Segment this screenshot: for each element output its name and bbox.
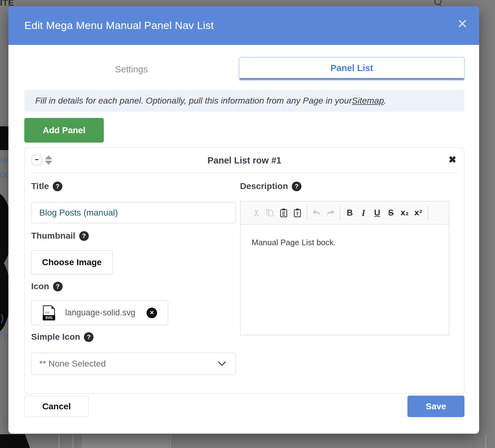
bold-button[interactable]: B [343, 205, 357, 220]
title-field-label: Title ? [31, 181, 62, 191]
simple-icon-label-text: Simple Icon [31, 332, 80, 342]
dialog-title: Edit Mega Menu Manual Panel Nav List [24, 19, 214, 32]
help-icon[interactable]: ? [79, 231, 89, 241]
info-text: Fill in details for each panel. Optional… [35, 96, 352, 106]
help-icon[interactable]: ? [292, 182, 301, 191]
superscript-button[interactable]: x² [411, 205, 425, 220]
svg-file-icon: svg SVG [43, 305, 55, 321]
icon-filename: language-solid.svg [65, 308, 135, 318]
italic-button[interactable]: I [357, 205, 370, 220]
chevron-down-icon [218, 361, 226, 366]
underline-button[interactable]: U [370, 205, 384, 220]
background-divider [59, 434, 60, 448]
cut-icon[interactable]: ✂ [249, 206, 264, 220]
description-label-text: Description [240, 181, 288, 191]
paste-icon[interactable] [277, 205, 291, 220]
dialog-header: Edit Mega Menu Manual Panel Nav List ✕ [8, 6, 479, 45]
background-divider [485, 434, 486, 448]
paste-as-text-icon[interactable]: T [291, 205, 304, 220]
background-divider [170, 434, 171, 448]
strikethrough-button[interactable]: S [384, 205, 398, 220]
editor-toolbar: ✂ T [241, 202, 449, 225]
title-input[interactable] [31, 202, 236, 223]
thumbnail-label-text: Thumbnail [31, 231, 75, 241]
help-icon[interactable]: ? [53, 182, 62, 191]
description-editor: ✂ T [240, 201, 449, 335]
simple-icon-selected-value: ** None Selected [39, 359, 106, 369]
background-link-fragment: ) [1, 313, 4, 323]
divider [428, 206, 428, 220]
divider [307, 206, 307, 220]
background-divider [73, 434, 74, 448]
panel-row-header: − Panel List row #1 ✖ [25, 148, 464, 173]
remove-row-icon[interactable]: ✖ [449, 154, 456, 165]
description-textarea[interactable]: Manual Page List bock. [241, 225, 449, 335]
remove-icon-button[interactable]: ✕ [147, 308, 157, 318]
tab-panel-list-label: Panel List [240, 58, 464, 80]
help-icon[interactable]: ? [84, 332, 94, 342]
divider [31, 173, 458, 173]
cancel-button[interactable]: Cancel [24, 396, 89, 417]
background-column [82, 434, 169, 448]
simple-icon-select[interactable]: ** None Selected [31, 353, 236, 375]
screen: ITE ua ooc ) n c Edit Mega Menu Manual P… [0, 0, 495, 448]
redo-icon[interactable] [324, 205, 337, 220]
edit-mega-menu-dialog: Edit Mega Menu Manual Panel Nav List ✕ S… [8, 6, 479, 434]
icon-label-text: Icon [31, 281, 49, 291]
info-text-end: . [384, 96, 386, 106]
title-label-text: Title [31, 181, 49, 191]
undo-icon[interactable] [310, 205, 324, 220]
copy-icon[interactable] [263, 205, 277, 220]
icon-file-box: svg SVG language-solid.svg ✕ [31, 300, 168, 325]
divider [340, 206, 340, 220]
subscript-button[interactable]: x₂ [398, 205, 411, 220]
panel-list-row-card: − Panel List row #1 ✖ Title ? Thumbnail … [24, 147, 464, 394]
choose-image-button[interactable]: Choose Image [31, 250, 113, 275]
tab-panel-list[interactable]: Panel List [238, 57, 465, 81]
icon-field-label: Icon ? [31, 281, 63, 291]
background-shape [0, 434, 30, 448]
help-icon[interactable]: ? [53, 282, 63, 291]
background-shape [0, 126, 8, 150]
thumbnail-field-label: Thumbnail ? [31, 231, 89, 241]
tab-settings[interactable]: Settings [24, 58, 238, 81]
save-button[interactable]: Save [407, 396, 464, 417]
info-banner: Fill in details for each panel. Optional… [24, 90, 464, 112]
simple-icon-field-label: Simple Icon ? [31, 332, 94, 342]
svg-text:svg: svg [45, 311, 49, 314]
svg-text:T: T [296, 212, 299, 217]
panel-row-title: Panel List row #1 [25, 155, 464, 166]
svg-text:SVG: SVG [45, 316, 52, 319]
close-icon[interactable]: ✕ [457, 17, 468, 31]
sitemap-link[interactable]: Sitemap [352, 96, 384, 106]
add-panel-button[interactable]: Add Panel [24, 118, 104, 143]
search-icon [434, 0, 442, 5]
description-field-label: Description ? [240, 181, 301, 191]
